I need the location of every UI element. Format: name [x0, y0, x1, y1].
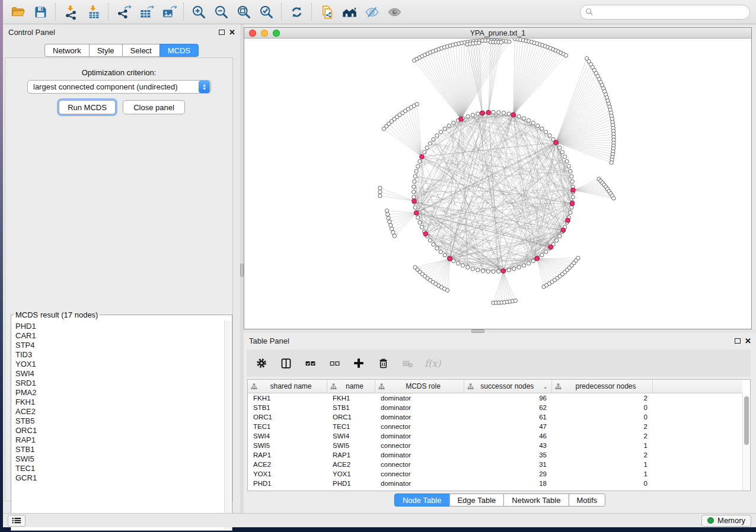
- table-cell[interactable]: 18: [464, 480, 552, 487]
- table-cell[interactable]: STB1: [248, 404, 327, 411]
- table-cell[interactable]: ORC1: [327, 414, 375, 421]
- mcds-result-item[interactable]: FKH1: [15, 398, 224, 407]
- table-row[interactable]: PHD1PHD1dominator180: [248, 479, 742, 488]
- table-cell[interactable]: 46: [464, 432, 552, 440]
- zoom-in-button[interactable]: [187, 2, 210, 22]
- mcds-result-item[interactable]: PHD1: [15, 322, 224, 331]
- table-cell[interactable]: dominator: [375, 395, 464, 402]
- save-session-button[interactable]: [29, 2, 52, 22]
- mcds-result-item[interactable]: RAP1: [15, 435, 224, 445]
- mcds-result-item[interactable]: YOX1: [15, 360, 224, 369]
- search-input[interactable]: [597, 8, 745, 17]
- mcds-result-item[interactable]: STB1: [15, 445, 224, 454]
- tab-network-table[interactable]: Network Table: [503, 493, 569, 507]
- mcds-result-item[interactable]: TEC1: [15, 464, 224, 473]
- show-all-button[interactable]: [383, 2, 406, 22]
- float-panel-icon[interactable]: [219, 30, 225, 35]
- mcds-result-item[interactable]: STB5: [15, 416, 224, 426]
- close-panel-icon[interactable]: ✕: [745, 337, 751, 345]
- table-cell[interactable]: ORC1: [248, 414, 327, 421]
- table-cell[interactable]: SWI4: [248, 432, 327, 440]
- table-cell[interactable]: SWI5: [248, 442, 327, 449]
- table-cell[interactable]: TEC1: [327, 423, 375, 430]
- scrollbar-thumb[interactable]: [744, 396, 749, 445]
- table-cell[interactable]: dominator: [375, 432, 464, 440]
- mcds-result-item[interactable]: PMA2: [15, 388, 224, 398]
- table-cell[interactable]: dominator: [375, 414, 464, 421]
- network-graph[interactable]: [244, 39, 751, 329]
- zoom-selected-button[interactable]: [255, 2, 277, 22]
- add-column-button[interactable]: [352, 356, 366, 370]
- open-file-button[interactable]: [7, 2, 29, 22]
- import-network-button[interactable]: [59, 2, 82, 22]
- optimization-select[interactable]: largest connected component (undirected)…: [27, 80, 211, 94]
- tab-edge-table[interactable]: Edge Table: [449, 493, 504, 507]
- table-cell[interactable]: connector: [375, 470, 464, 477]
- mcds-result-item[interactable]: GCR1: [15, 473, 224, 483]
- table-cell[interactable]: 2: [552, 395, 653, 402]
- table-cell[interactable]: 43: [464, 442, 552, 449]
- mcds-result-list[interactable]: PHD1CAR1STP4TID3YOX1SWI4SRD1PMA2FKH1ACE2…: [12, 321, 224, 529]
- import-table-button[interactable]: [82, 2, 104, 22]
- mcds-result-item[interactable]: ACE2: [15, 407, 224, 416]
- table-row[interactable]: ACE2ACE2connector311: [248, 460, 742, 469]
- column-header-shared-name[interactable]: shared name: [248, 380, 327, 393]
- tab-network[interactable]: Network: [44, 44, 90, 57]
- mcds-result-item[interactable]: SWI4: [15, 369, 224, 379]
- table-cell[interactable]: YOX1: [248, 470, 327, 477]
- show-panels-button[interactable]: [8, 515, 25, 527]
- refresh-button[interactable]: [285, 2, 308, 22]
- table-cell[interactable]: 29: [464, 470, 552, 477]
- tab-select[interactable]: Select: [122, 44, 160, 57]
- table-cell[interactable]: 35: [464, 451, 552, 459]
- table-row[interactable]: FKH1FKH1dominator962: [248, 393, 742, 403]
- table-row[interactable]: RAP1RAP1dominator352: [248, 450, 742, 460]
- table-row[interactable]: YOX1YOX1connector291: [248, 469, 742, 479]
- table-cell[interactable]: 0: [552, 414, 653, 421]
- table-cell[interactable]: FKH1: [327, 395, 375, 402]
- hide-selected-button[interactable]: [361, 2, 383, 22]
- table-row[interactable]: STB1STB1dominator620: [248, 403, 742, 412]
- table-cell[interactable]: SWI5: [327, 442, 375, 449]
- mcds-result-item[interactable]: TID3: [15, 350, 224, 360]
- table-row[interactable]: SWI4SWI4dominator462: [248, 431, 742, 441]
- mcds-result-item[interactable]: ORC1: [15, 426, 224, 435]
- tab-motifs[interactable]: Motifs: [568, 493, 605, 507]
- table-cell[interactable]: connector: [375, 442, 464, 449]
- table-cell[interactable]: dominator: [375, 451, 464, 459]
- table-cell[interactable]: 96: [464, 395, 552, 402]
- table-cell[interactable]: 2: [552, 432, 653, 440]
- zoom-fit-button[interactable]: [232, 2, 255, 22]
- network-canvas[interactable]: [244, 39, 751, 329]
- table-cell[interactable]: RAP1: [327, 451, 375, 459]
- mcds-result-item[interactable]: CAR1: [15, 331, 224, 341]
- table-cell[interactable]: 62: [464, 404, 552, 411]
- memory-button[interactable]: Memory: [701, 515, 751, 527]
- table-cell[interactable]: 2: [552, 451, 653, 459]
- export-table-button[interactable]: [135, 2, 157, 22]
- table-cell[interactable]: 61: [464, 414, 552, 421]
- table-cell[interactable]: RAP1: [248, 451, 327, 459]
- home-button[interactable]: [338, 2, 361, 22]
- table-cell[interactable]: dominator: [375, 404, 464, 411]
- select-all-button[interactable]: [303, 356, 317, 370]
- column-header-name[interactable]: name: [327, 380, 375, 393]
- column-header-successor-nodes[interactable]: successor nodes⌄: [464, 380, 552, 393]
- mcds-result-item[interactable]: SWI5: [15, 454, 224, 464]
- export-image-button[interactable]: [157, 2, 180, 22]
- table-cell[interactable]: connector: [375, 461, 464, 468]
- table-cell[interactable]: FKH1: [248, 395, 327, 402]
- table-cell[interactable]: YOX1: [327, 470, 375, 477]
- table-cell[interactable]: PHD1: [327, 480, 375, 487]
- table-cell[interactable]: dominator: [375, 480, 464, 487]
- column-header-MCDS-role[interactable]: MCDS role: [375, 380, 464, 393]
- node-table-body[interactable]: FKH1FKH1dominator962STB1STB1dominator620…: [248, 393, 742, 491]
- table-cell[interactable]: 47: [464, 423, 552, 430]
- show-columns-button[interactable]: [279, 356, 293, 370]
- table-cell[interactable]: ACE2: [327, 461, 375, 468]
- table-scrollbar[interactable]: [742, 393, 750, 491]
- run-mcds-button[interactable]: Run MCDS: [59, 100, 116, 114]
- table-cell[interactable]: 2: [552, 423, 653, 430]
- mcds-result-item[interactable]: SRD1: [15, 379, 224, 388]
- column-header-predecessor-nodes[interactable]: predecessor nodes: [552, 380, 653, 393]
